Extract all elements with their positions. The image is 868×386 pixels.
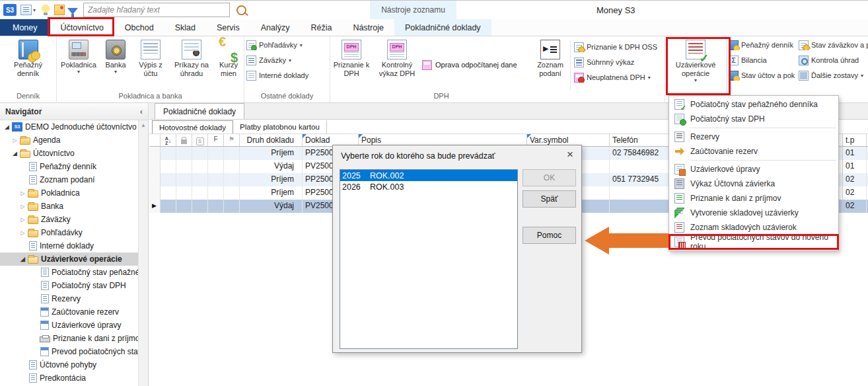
sidebar-item-pociatocny-stav-penazneho[interactable]: Počiatočný stav peňažného [0, 266, 138, 279]
menu-item-zauctovanie-rezerv[interactable]: Zaúčtovanie rezerv [669, 144, 838, 159]
flag-column-header[interactable]: ⚑ [224, 134, 240, 146]
sidebar-item-pociatocny-stav-dph[interactable]: Počiatočný stav DPH [0, 279, 138, 292]
collapse-panel-icon[interactable]: ‹ [140, 106, 143, 116]
sidebar-item-banka[interactable]: ▷ Banka [0, 200, 138, 213]
ribbon-button-neuplatnena-dph[interactable]: Neuplatnená DPH ▾ [574, 72, 657, 83]
ribbon-button-priznanie-k-dph[interactable]: Priznanie k DPH [331, 38, 372, 91]
sidebar-item-uctovne-pohyby[interactable]: Účtovné pohyby [0, 358, 138, 371]
tab-analyzy[interactable]: Analýzy [250, 19, 301, 36]
sidebar-item-agenda[interactable]: ▷ Agenda [0, 134, 138, 147]
menu-item-prevod-pociatocnych-stavov[interactable]: Prevod počiatočných stavov do nového rok… [669, 235, 838, 249]
tab-pokladnicne-doklady[interactable]: Pokladničné doklady [394, 19, 491, 36]
year-select-dialog: Vyberte rok do ktorého sa bude prevádzať… [332, 145, 582, 353]
tab-obchod[interactable]: Obchod [114, 19, 164, 36]
ribbon-button-priznanie-k-dph-oss[interactable]: Priznanie k DPH OSS [574, 42, 657, 52]
ribbon-button-zoznam-podani[interactable]: Zoznam podaní [532, 38, 569, 91]
ribbon-button-pokladnica[interactable]: Pokladnica ▾ [57, 38, 100, 91]
ribbon-button-kontrolny-vykaz-dph[interactable]: Kontrolný výkaz DPH [372, 38, 422, 91]
ok-button[interactable]: OK [523, 169, 576, 186]
ribbon-button-uzavierkove-operacie[interactable]: ✓ Uzávierkové operácie ▾ [667, 38, 725, 91]
note-icon[interactable] [54, 5, 65, 15]
menu-item-uzavierkove-upravy[interactable]: Uzávierkové úpravy [669, 162, 838, 176]
search-icon[interactable] [236, 5, 246, 15]
tab-nastroje[interactable]: Nástroje [342, 19, 394, 36]
sidebar-item-prevod-pociatocnych-stavov[interactable]: Prevod počiatočných stavo [0, 345, 138, 358]
tab-uctovnictvo[interactable]: Účtovníctvo [50, 19, 114, 36]
expander-icon[interactable]: ▷ [18, 204, 27, 210]
sort-column-header[interactable]: AZ↓ [161, 134, 176, 146]
expander-icon[interactable]: ▷ [18, 190, 27, 196]
tip-bulb-icon[interactable] [40, 4, 52, 16]
filter-icon[interactable] [67, 8, 78, 15]
sidebar-item-uctovnictvo[interactable]: ◢ Účtovníctvo [0, 147, 138, 160]
close-icon[interactable]: × [567, 148, 573, 161]
expander-icon[interactable]: ▷ [18, 217, 27, 223]
quick-access-list-icon[interactable] [20, 5, 32, 15]
expander-icon[interactable]: ◢ [3, 124, 11, 130]
ribbon-button-bilancia[interactable]: Σ Bilancia [729, 55, 795, 65]
app-logo-icon[interactable]: S3 [3, 4, 17, 16]
page-tab-pokladnicne-doklady[interactable]: Pokladničné doklady [155, 103, 244, 119]
menu-item-vytvorenie-skladovej-uzavierky[interactable]: Vytvorenie skladovej uzávierky [669, 206, 838, 220]
ribbon-button-stav-zavazkov[interactable]: Stav záväzkov a p [799, 40, 868, 50]
help-button[interactable]: Pomoc [523, 227, 576, 244]
ribbon-button-suhrnny-vykaz[interactable]: Súhrnný výkaz [574, 57, 657, 67]
subtab-hotovostne-doklady[interactable]: Hotovostné doklady [152, 120, 233, 134]
menu-item-pociatocny-stav-dph[interactable]: Počiatočný stav DPH [669, 112, 838, 126]
ribbon-button-banka[interactable]: Banka ▾ [100, 38, 131, 91]
sidebar-item-demo-agenda[interactable]: ◢ S3 DEMO Jednoduché účtovníctvo [0, 120, 138, 134]
sidebar-item-pohladavky[interactable]: ▷ Pohľadávky [0, 226, 138, 239]
column-header-tp[interactable]: t.p [842, 134, 867, 146]
lock-column-header[interactable] [176, 134, 192, 146]
subtab-platby-kartou[interactable]: Platby platobnou kartou [233, 120, 327, 134]
ribbon-button-pohladavky[interactable]: Pohľadávky ▾ [246, 40, 328, 50]
ribbon-button-vypis-z-uctu[interactable]: Výpis z účtu [131, 38, 170, 91]
expander-icon[interactable]: ◢ [18, 256, 27, 262]
tab-sklad[interactable]: Sklad [164, 19, 206, 36]
ribbon-button-dalsie-zostavy[interactable]: Ďalšie zostavy ▾ [799, 70, 868, 81]
ribbon-button-prikazy-na-uhradu[interactable]: Príkazy na úhradu [170, 38, 213, 91]
ribbon-button-interne-doklady[interactable]: Interné doklady [246, 70, 328, 81]
sidebar-item-penazny-dennik[interactable]: Peňažný denník [0, 160, 138, 173]
search-input[interactable] [83, 3, 230, 17]
ribbon-button-stav-uctov[interactable]: Stav účtov a pokl. [729, 70, 795, 81]
tab-servis[interactable]: Servis [206, 19, 250, 36]
ribbon-button-penazny-dennik-report[interactable]: Peňažný denník [729, 40, 795, 50]
tab-rezia[interactable]: Réžia [300, 19, 342, 36]
year-option-2025[interactable]: 2025 ROK.002 [340, 170, 517, 181]
quick-access-caret-icon[interactable]: ▾ [33, 7, 36, 13]
menu-item-vykaz-uctovna-zavierka[interactable]: Výkaz Účtovná závierka [669, 176, 838, 191]
ribbon-button-kurzy-mien[interactable]: Kurzy mien [213, 38, 244, 91]
menu-item-priznanie-k-dani-z-prijmov[interactable]: Priznanie k dani z príjmov [669, 191, 838, 206]
storno-column-header[interactable]: S [192, 134, 208, 146]
expander-icon[interactable]: ▷ [11, 137, 19, 143]
sidebar-item-priznanie-k-dani[interactable]: Priznanie k dani z príjmov [0, 332, 138, 345]
sidebar-item-zauctovanie-rezerv[interactable]: Zaúčtovanie rezerv [0, 305, 138, 319]
sidebar-item-uzavierkove-upravy[interactable]: Uzávierkové úpravy [0, 319, 138, 332]
menu-item-rezervy[interactable]: Rezervy [669, 130, 838, 144]
scroll-up-icon[interactable]: ▲ [141, 122, 146, 128]
sidebar-item-predkontacia[interactable]: Predkontácia [0, 371, 138, 385]
ribbon-group-ostatne-doklady: Pohľadávky ▾ Záväzky ▾ Interné doklady O… [244, 36, 330, 102]
back-button[interactable]: Späť [523, 190, 576, 208]
column-header-druh-dokladu[interactable]: Druh dokladu [240, 134, 303, 146]
sidebar-item-uzavierkove-operacie[interactable]: ◢ Uzávierkové operácie [0, 252, 138, 266]
tab-money[interactable]: Money [0, 19, 50, 36]
expander-icon[interactable]: ◢ [11, 150, 19, 157]
sidebar-item-rezervy[interactable]: Rezervy [0, 292, 138, 305]
menu-item-pociatocny-stav-penazneho-dennika[interactable]: Počiatočný stav peňažného denníka [669, 97, 838, 112]
cash-journal-icon [18, 40, 38, 59]
sidebar-item-zavazky[interactable]: ▷ Záväzky [0, 213, 138, 226]
year-option-2026[interactable]: 2026 ROK.003 [340, 181, 517, 192]
expander-icon[interactable]: ▷ [18, 230, 27, 236]
ribbon-button-penazny-dennik[interactable]: Peňažný denník [3, 38, 54, 91]
sidebar-item-pokladnica[interactable]: ▷ Pokladnica [0, 186, 138, 200]
sidebar-item-zoznam-podani[interactable]: Zoznam podaní [0, 173, 138, 186]
ribbon-button-oprava-odpocitanej-dane[interactable]: Oprava odpočítanej dane [422, 38, 532, 91]
year-listbox[interactable]: 2025 ROK.002 2026 ROK.003 [340, 169, 518, 349]
navigator-scrollbar[interactable]: ▲ [138, 120, 148, 386]
ribbon-button-zavazky[interactable]: Záväzky ▾ [246, 55, 328, 65]
f-column-header[interactable]: F [208, 134, 224, 146]
sidebar-item-interne-doklady[interactable]: Interné doklady [0, 239, 138, 252]
ribbon-button-kontrola-uhrad[interactable]: Kontrola úhrad [799, 55, 868, 65]
